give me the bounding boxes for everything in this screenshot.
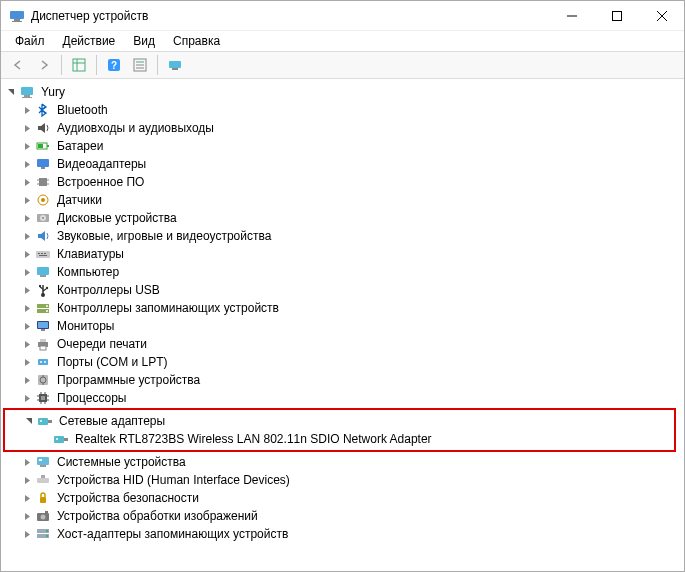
properties-button[interactable]: [129, 54, 151, 76]
svg-rect-37: [38, 253, 40, 254]
tree-category-label: Контроллеры USB: [55, 281, 162, 299]
tree-category-label: Очереди печати: [55, 335, 149, 353]
expand-arrow-icon[interactable]: [19, 526, 35, 542]
svg-point-58: [40, 361, 42, 363]
help-button[interactable]: ?: [103, 54, 125, 76]
tree-category[interactable]: Встроенное ПО: [3, 173, 682, 191]
expand-arrow-icon[interactable]: [19, 372, 35, 388]
forward-button[interactable]: [33, 54, 55, 76]
tree-category[interactable]: Мониторы: [3, 317, 682, 335]
port-icon: [35, 354, 51, 370]
tree-category[interactable]: Очереди печати: [3, 335, 682, 353]
tree-category[interactable]: Видеоадаптеры: [3, 155, 682, 173]
svg-rect-22: [47, 145, 49, 147]
svg-rect-77: [54, 436, 64, 443]
expand-arrow-icon[interactable]: [19, 454, 35, 470]
expand-arrow-icon[interactable]: [19, 390, 35, 406]
expand-arrow-icon[interactable]: [19, 138, 35, 154]
tree-category-label: Устройства обработки изображений: [55, 507, 260, 525]
expand-arrow-icon[interactable]: [19, 246, 35, 262]
expand-arrow-icon[interactable]: [19, 472, 35, 488]
tree-category-label: Звуковые, игровые и видеоустройства: [55, 227, 273, 245]
maximize-button[interactable]: [594, 1, 639, 31]
host-storage-icon: [35, 526, 51, 542]
svg-rect-56: [40, 346, 46, 350]
show-hide-console-tree-button[interactable]: [68, 54, 90, 76]
svg-rect-42: [40, 275, 46, 277]
menu-action[interactable]: Действие: [55, 32, 124, 50]
svg-rect-45: [39, 285, 41, 287]
imaging-icon: [35, 508, 51, 524]
tree-category[interactable]: Клавиатуры: [3, 245, 682, 263]
menu-help[interactable]: Справка: [165, 32, 228, 50]
tree-category[interactable]: Компьютер: [3, 263, 682, 281]
tree-category[interactable]: Устройства обработки изображений: [3, 507, 682, 525]
expand-arrow-icon[interactable]: [19, 336, 35, 352]
tree-category[interactable]: Bluetooth: [3, 101, 682, 119]
tree-category[interactable]: Системные устройства: [3, 453, 682, 471]
menu-view[interactable]: Вид: [125, 32, 163, 50]
tree-category[interactable]: Аудиовходы и аудиовыходы: [3, 119, 682, 137]
hid-icon: [35, 472, 51, 488]
expand-arrow-icon[interactable]: [19, 102, 35, 118]
keyboard-icon: [35, 246, 51, 262]
tree-category-label: Видеоадаптеры: [55, 155, 148, 173]
tree-category[interactable]: Устройства безопасности: [3, 489, 682, 507]
expand-arrow-icon[interactable]: [19, 300, 35, 316]
svg-rect-1: [14, 19, 20, 21]
monitor-icon: [35, 318, 51, 334]
tree-category-label: Программные устройства: [55, 371, 202, 389]
expand-arrow-icon[interactable]: [19, 156, 35, 172]
svg-rect-17: [172, 68, 178, 70]
minimize-button[interactable]: [549, 1, 594, 31]
expand-arrow-icon[interactable]: [19, 282, 35, 298]
svg-point-91: [46, 530, 48, 532]
tree-category[interactable]: Дисковые устройства: [3, 209, 682, 227]
tree-category[interactable]: Программные устройства: [3, 371, 682, 389]
tree-root-label: Yury: [39, 83, 67, 101]
svg-rect-20: [22, 97, 32, 98]
sound-icon: [35, 228, 51, 244]
expand-arrow-icon[interactable]: [19, 228, 35, 244]
back-button[interactable]: [7, 54, 29, 76]
expand-arrow-icon[interactable]: [19, 318, 35, 334]
menu-file[interactable]: Файл: [7, 32, 53, 50]
tree-category[interactable]: Батареи: [3, 137, 682, 155]
tree-category[interactable]: Хост-адаптеры запоминающих устройств: [3, 525, 682, 543]
tree-category-network-adapters[interactable]: Сетевые адаптеры: [5, 412, 674, 430]
network-adapter-icon: [37, 413, 53, 429]
tree-category[interactable]: Устройства HID (Human Interface Devices): [3, 471, 682, 489]
expand-arrow-icon[interactable]: [3, 84, 19, 100]
expand-arrow-icon[interactable]: [19, 120, 35, 136]
display-icon: [35, 156, 51, 172]
tree-category[interactable]: Контроллеры USB: [3, 281, 682, 299]
expand-arrow-icon[interactable]: [19, 174, 35, 190]
svg-rect-16: [169, 61, 181, 68]
svg-rect-38: [41, 253, 43, 254]
tree-category[interactable]: Звуковые, игровые и видеоустройства: [3, 227, 682, 245]
expand-arrow-icon[interactable]: [19, 490, 35, 506]
tree-category[interactable]: Процессоры: [3, 389, 682, 407]
svg-rect-40: [39, 255, 47, 256]
expand-arrow-icon[interactable]: [19, 508, 35, 524]
svg-rect-83: [37, 478, 49, 483]
expand-arrow-icon[interactable]: [19, 192, 35, 208]
device-tree[interactable]: Yury BluetoothАудиовходы и аудиовыходыБа…: [1, 79, 684, 571]
tree-category-label: Сетевые адаптеры: [57, 412, 167, 430]
close-button[interactable]: [639, 1, 684, 31]
tree-category-label: Устройства HID (Human Interface Devices): [55, 471, 292, 489]
scan-hardware-button[interactable]: [164, 54, 186, 76]
tree-category[interactable]: Порты (COM и LPT): [3, 353, 682, 371]
tree-device-realtek-wifi[interactable]: Realtek RTL8723BS Wireless LAN 802.11n S…: [5, 430, 674, 448]
tree-category[interactable]: Контроллеры запоминающих устройств: [3, 299, 682, 317]
svg-rect-7: [73, 59, 85, 71]
tree-category-label: Системные устройства: [55, 453, 188, 471]
expand-arrow-icon[interactable]: [19, 210, 35, 226]
expand-arrow-icon[interactable]: [21, 413, 37, 429]
tree-category[interactable]: Датчики: [3, 191, 682, 209]
tree-root-node[interactable]: Yury: [3, 83, 682, 101]
expand-arrow-icon[interactable]: [19, 264, 35, 280]
svg-rect-26: [39, 178, 47, 186]
expand-arrow-icon[interactable]: [19, 354, 35, 370]
tree-category-label: Устройства безопасности: [55, 489, 201, 507]
